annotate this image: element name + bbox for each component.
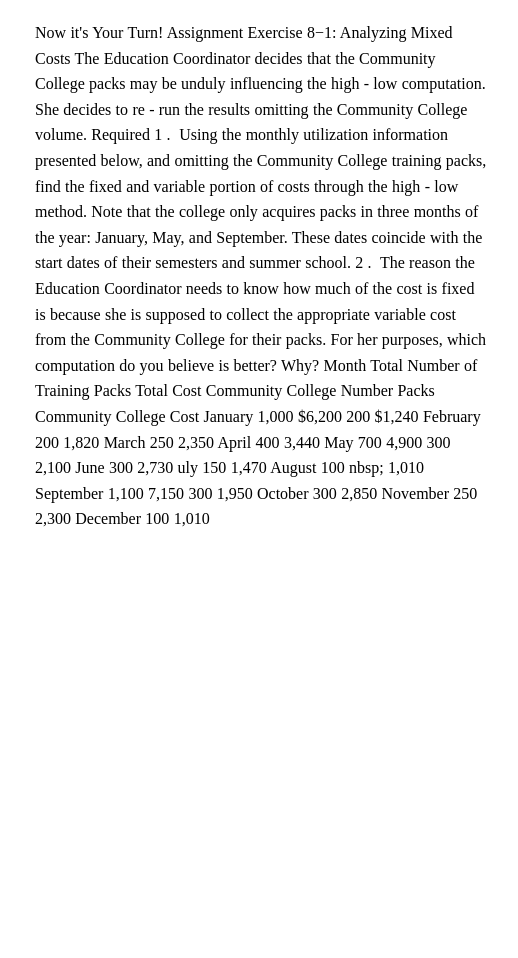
- main-content-area: Now it's Your Turn! Assignment Exercise …: [0, 0, 518, 562]
- exercise-text: Now it's Your Turn! Assignment Exercise …: [35, 20, 488, 532]
